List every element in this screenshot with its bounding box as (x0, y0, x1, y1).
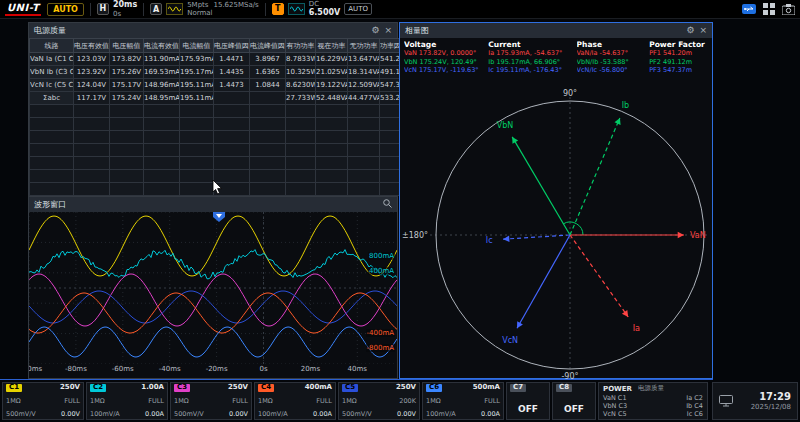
waveform-canvas (29, 212, 397, 364)
phasor-panel: 相量图 ⚙ × VoltageVaN 173.82V, 0.0000°VbN 1… (399, 22, 713, 379)
table-row[interactable]: Σabc117.17V175.24V148.95mA195.11mA27.733… (30, 92, 400, 105)
cell: 173.82V (110, 53, 144, 66)
channel-impedance: 1MΩ (174, 398, 189, 405)
channel-box-C5[interactable]: C5250V1MΩ200K500mV/V0.00V (338, 382, 420, 420)
legend-column: PhaseVaN/Ia -54.637°VbN/Ib -53.588°VcN/I… (577, 40, 650, 84)
channel-probe: 500mV/V (342, 411, 372, 418)
cell (250, 157, 286, 170)
table-header-row: 线路电压有效值电压幅值电流有效值电流幅值电压峰值因数电流峰值因数有功功率视在功率… (30, 39, 400, 53)
cell: 3.8967 (250, 53, 286, 66)
trigger-group[interactable]: T DC 6.500V AUTO (272, 0, 372, 17)
channel-impedance: 1MΩ (342, 398, 357, 405)
column-header: 线路 (30, 39, 74, 53)
memory-depth: 5Mpts (187, 1, 208, 9)
channel-badge: C7 (510, 384, 526, 392)
gear-icon[interactable]: ⚙ (686, 26, 694, 35)
channel-box-C4[interactable]: C4400mA1MΩFULL100mV/A0.00A (254, 382, 336, 420)
apps-grid-icon[interactable] (763, 3, 775, 15)
cell: 8.6230W (286, 79, 316, 92)
channel-box-C6[interactable]: C6500mA1MΩFULL100mV/A0.00A (422, 382, 504, 420)
channel-badge: C6 (426, 384, 442, 392)
cell: 123.92V (74, 66, 110, 79)
channel-bandwidth: FULL (484, 398, 500, 405)
legend-column: CurrentIa 175.93mA, -54.637°Ib 195.17mA,… (488, 40, 576, 84)
cell (214, 131, 250, 144)
cell (380, 118, 400, 131)
waveform-header: 波形窗口 (29, 197, 397, 212)
cell: 52.448VA (316, 92, 348, 105)
unit-logo: UNI-T (5, 2, 41, 16)
horizontal-group[interactable]: H 20ms 0s (97, 0, 137, 17)
cell (250, 105, 286, 118)
channel-badge: C8 (556, 384, 572, 392)
waveform-plot-area[interactable]: 800mA400mA-400mA-800mA (29, 212, 397, 364)
phasor-vector-VbN (512, 137, 570, 235)
cell (74, 157, 110, 170)
table-row[interactable]: VbN Ib (C3 C4)123.92V175.26V169.53mA195.… (30, 66, 400, 79)
cell (286, 183, 316, 196)
phasor-label-VaN: VaN (690, 231, 706, 240)
power-mapping-box[interactable]: POWER 电源质量 VaN C1Ia C2VbN C3Ib C4VcN C5I… (598, 382, 708, 420)
cell: 541.20m (380, 53, 400, 66)
cell: 195.17mA (180, 66, 214, 79)
cell (250, 170, 286, 183)
channel-value: 0.00V (229, 411, 248, 418)
channel-bandwidth: FULL (148, 398, 164, 405)
cell: 117.17V (74, 92, 110, 105)
cell: 1.4435 (214, 66, 250, 79)
channel-bandwidth: 200K (399, 398, 416, 405)
camera-icon[interactable] (782, 4, 795, 15)
close-icon[interactable]: × (384, 26, 392, 35)
cell: 1.6365 (250, 66, 286, 79)
phasor-label-Ia: Ia (633, 324, 640, 333)
time-scale: 20ms (113, 0, 137, 9)
channel-range: 500mA (473, 384, 500, 392)
legend-entry: VbN 175.24V, 120.49° (404, 58, 488, 66)
legend-entry: Ib 195.17mA, 66.906° (488, 58, 576, 66)
cell (74, 183, 110, 196)
usb-icon[interactable] (742, 3, 756, 15)
table-row[interactable]: VcN Ic (C5 C6)124.04V175.17V148.96mA195.… (30, 79, 400, 92)
cell (110, 157, 144, 170)
channel-probe: 100mV/A (258, 411, 288, 418)
channel-box-C2[interactable]: C21.00A1MΩFULL100mV/A0.00A (86, 382, 168, 420)
cell (348, 183, 380, 196)
cell (30, 183, 74, 196)
zoom-icon[interactable] (383, 199, 392, 210)
cell (286, 170, 316, 183)
gear-icon[interactable]: ⚙ (371, 26, 379, 35)
channel-box-C8[interactable]: C8OFF (552, 382, 596, 420)
power-map-voltage: VcN C5 (603, 410, 627, 418)
cell (316, 170, 348, 183)
channel-badge: C2 (90, 384, 106, 392)
cell (30, 131, 74, 144)
cell (348, 131, 380, 144)
table-row[interactable]: VaN Ia (C1 C2)123.03V173.82V131.90mA175.… (30, 53, 400, 66)
waveform-title: 波形窗口 (34, 199, 66, 210)
cell (250, 183, 286, 196)
cell (180, 157, 214, 170)
cell: 1.4473 (214, 79, 250, 92)
system-icon[interactable] (719, 395, 733, 407)
top-toolbar: UNI-T AUTO H 20ms 0s A 5Mpts 15.625MSa/s… (0, 0, 800, 19)
channel-box-C1[interactable]: C1250V1MΩFULL500mV/V0.00V (2, 382, 84, 420)
waveform-trace-C3 (29, 274, 397, 326)
close-icon[interactable]: × (699, 26, 707, 35)
row-label: VaN Ia (C1 C2) (30, 53, 74, 66)
horizontal-key-icon: H (97, 3, 109, 15)
channel-badge: C1 (6, 384, 22, 392)
channel-box-C3[interactable]: C3250V1MΩFULL500mV/V0.00V (170, 382, 252, 420)
cell (180, 118, 214, 131)
channel-value: 0.00A (145, 411, 164, 418)
trigger-mode-badge[interactable]: AUTO (344, 3, 372, 15)
cell: 10.325W (286, 66, 316, 79)
cell (214, 157, 250, 170)
channel-box-C7[interactable]: C7OFF (506, 382, 550, 420)
acquire-key-icon: A (150, 3, 162, 15)
cell (30, 157, 74, 170)
cell: 148.96mA (144, 79, 180, 92)
auto-button[interactable]: AUTO (47, 3, 84, 16)
acquire-mode: Normal (187, 9, 259, 17)
acquire-group[interactable]: A 5Mpts 15.625MSa/s Normal (150, 1, 259, 17)
clock-time: 17:29 (759, 391, 791, 403)
